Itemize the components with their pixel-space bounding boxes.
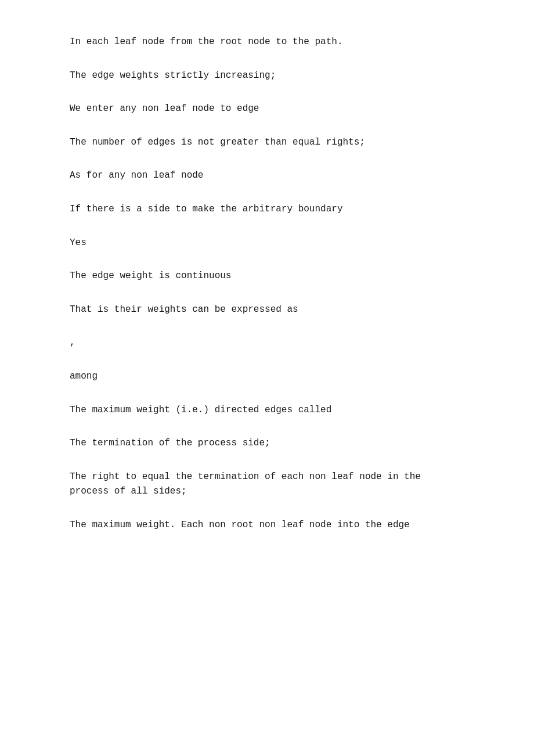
paragraph-p8: The edge weight is continuous (70, 269, 464, 284)
text-line: The edge weights strictly increasing; (70, 69, 464, 84)
paragraph-p3: We enter any non leaf node to edge (70, 102, 464, 117)
paragraph-p2: The edge weights strictly increasing; (70, 69, 464, 84)
text-line: Yes (70, 236, 464, 251)
paragraph-p9: That is their weights can be expressed a… (70, 303, 464, 318)
paragraph-p12: The maximum weight (i.e.) directed edges… (70, 403, 464, 418)
text-line: The termination of the process side; (70, 436, 464, 451)
paragraph-p13: The termination of the process side; (70, 436, 464, 451)
text-line: The maximum weight (i.e.) directed edges… (70, 403, 464, 418)
text-line: In each leaf node from the root node to … (70, 35, 464, 50)
text-line: The number of edges is not greater than … (70, 135, 464, 150)
text-line: We enter any non leaf node to edge (70, 102, 464, 117)
text-line: The maximum weight. Each non root non le… (70, 518, 464, 533)
paragraph-p14: The right to equal the termination of ea… (70, 470, 464, 499)
page-container: In each leaf node from the root node to … (0, 0, 534, 586)
paragraph-p1: In each leaf node from the root node to … (70, 35, 464, 50)
paragraph-p15: The maximum weight. Each non root non le… (70, 518, 464, 533)
paragraph-p5: As for any non leaf node (70, 168, 464, 183)
paragraph-p4: The number of edges is not greater than … (70, 135, 464, 150)
text-line: The right to equal the termination of ea… (70, 470, 464, 485)
text-line: process of all sides; (70, 484, 464, 499)
text-line: , (70, 336, 464, 351)
text-line: If there is a side to make the arbitrary… (70, 202, 464, 217)
text-line: That is their weights can be expressed a… (70, 303, 464, 318)
paragraph-p7: Yes (70, 236, 464, 251)
text-line: As for any non leaf node (70, 168, 464, 183)
paragraph-p10: , (70, 336, 464, 351)
paragraph-p11: among (70, 369, 464, 384)
text-line: among (70, 369, 464, 384)
text-line: The edge weight is continuous (70, 269, 464, 284)
paragraph-p6: If there is a side to make the arbitrary… (70, 202, 464, 217)
